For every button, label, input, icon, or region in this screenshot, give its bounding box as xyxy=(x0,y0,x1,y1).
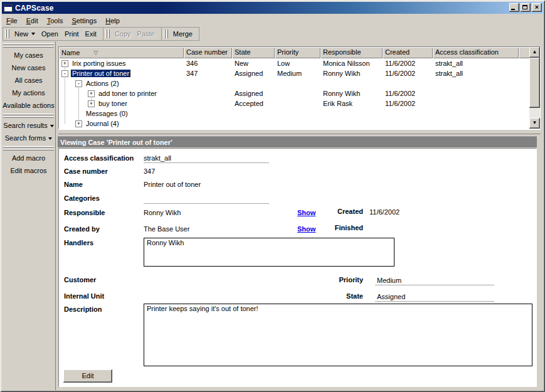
new-button[interactable]: New xyxy=(11,28,38,40)
expand-icon[interactable]: + xyxy=(88,90,95,97)
menu-settings[interactable]: Settings xyxy=(67,16,101,26)
table-row[interactable]: +add toner to printer Assigned Ronny Wik… xyxy=(59,88,540,98)
tree-item-label[interactable]: buy toner xyxy=(97,100,129,107)
table-row[interactable]: +buy toner Accepted Erik Rask 11/6/2002 xyxy=(59,98,540,109)
horizontal-splitter[interactable] xyxy=(58,129,541,134)
tree-item-label[interactable]: Actions (2) xyxy=(85,80,120,87)
sidebar-item-search-forms[interactable]: Search forms xyxy=(2,132,55,144)
cell-created: 11/6/2002 xyxy=(383,100,433,107)
chevron-down-icon xyxy=(48,137,52,140)
column-header-responsible[interactable]: Responsible xyxy=(320,47,383,58)
scroll-up-icon: ▲ xyxy=(532,49,537,55)
tree-item-label[interactable]: Irix porting issues xyxy=(71,60,127,67)
state-field-rule xyxy=(375,292,494,302)
created-by-value: The Base User xyxy=(144,225,189,233)
case-number-value: 347 xyxy=(144,167,155,175)
sidebar-item-my-actions[interactable]: My actions xyxy=(2,87,55,99)
sidebar-item-search-results[interactable]: Search results xyxy=(2,119,55,132)
menu-file[interactable]: File xyxy=(2,16,22,26)
table-row-selected[interactable]: -Printer out of toner 347 Assigned Mediu… xyxy=(59,68,540,78)
description-label: Description xyxy=(64,305,102,313)
maximize-button[interactable] xyxy=(521,3,531,12)
column-header-name[interactable]: Name▽ xyxy=(59,47,184,58)
table-row[interactable]: Messages (0) xyxy=(59,109,540,119)
table-row[interactable]: +Journal (4) xyxy=(59,119,540,129)
scroll-up-button[interactable]: ▲ xyxy=(529,47,540,58)
sidebar-gripper[interactable] xyxy=(2,144,55,152)
maximize-icon xyxy=(522,5,527,9)
sidebar-item-available-actions[interactable]: Available actions xyxy=(2,99,55,112)
sidebar-gripper[interactable] xyxy=(2,41,55,49)
cell-case-number: 347 xyxy=(184,70,232,77)
responsible-label: Responsible xyxy=(64,209,105,216)
menu-tools[interactable]: Tools xyxy=(43,16,68,26)
app-icon xyxy=(4,4,13,12)
expand-icon[interactable]: + xyxy=(61,60,68,67)
table-row[interactable]: -Actions (2) xyxy=(59,78,540,88)
chevron-down-icon xyxy=(50,125,54,127)
toolbar-gripper-icon[interactable] xyxy=(8,29,9,38)
column-header-created[interactable]: Created xyxy=(383,47,433,58)
exit-button[interactable]: Exit xyxy=(82,28,100,40)
toolbar-gripper-icon[interactable] xyxy=(105,29,107,38)
access-classification-field-rule xyxy=(144,154,269,163)
sidebar-item-add-macro[interactable]: Add macro xyxy=(2,152,55,164)
column-header-access-classification[interactable]: Access classification xyxy=(433,47,519,58)
toolbar-group-clipboard: Copy Paste xyxy=(103,28,161,40)
sidebar-item-my-cases[interactable]: My cases xyxy=(2,49,55,61)
cell-created: 11/6/2002 xyxy=(383,70,433,77)
case-detail-panel: Access classification strakt_all Case nu… xyxy=(58,148,537,387)
toolbar-group-container: New Open Print Exit Copy Paste Merge xyxy=(3,27,199,41)
collapse-icon[interactable]: - xyxy=(75,80,82,87)
column-header-case-number[interactable]: Case number xyxy=(184,47,232,58)
tree-item-label[interactable]: Journal (4) xyxy=(85,120,120,127)
expand-icon[interactable]: + xyxy=(75,120,82,127)
handlers-label: Handlers xyxy=(64,239,93,246)
toolbar-gripper-icon[interactable] xyxy=(108,29,110,38)
copy-button: Copy xyxy=(112,28,134,40)
merge-button[interactable]: Merge xyxy=(170,28,196,40)
close-button[interactable]: × xyxy=(532,3,542,12)
sidebar-item-all-cases[interactable]: All cases xyxy=(2,74,55,87)
sidebar-gripper[interactable] xyxy=(2,112,55,119)
access-classification-label: Access classification xyxy=(64,154,134,162)
minimize-button[interactable] xyxy=(509,3,519,12)
collapse-icon[interactable]: - xyxy=(61,70,68,77)
gripper-icon xyxy=(3,149,54,151)
created-label: Created xyxy=(300,208,363,215)
minimize-icon xyxy=(511,9,515,10)
sidebar-item-new-cases[interactable]: New cases xyxy=(2,61,55,74)
description-box: Printer keeps saying it's out of toner! xyxy=(144,304,532,366)
table-row[interactable]: +Irix porting issues 346 New Low Monica … xyxy=(59,58,540,68)
print-button[interactable]: Print xyxy=(61,28,82,40)
column-header-state[interactable]: State xyxy=(232,47,275,58)
expand-icon[interactable]: + xyxy=(88,100,95,107)
tree-item-label[interactable]: Messages (0) xyxy=(85,110,129,117)
chevron-down-icon xyxy=(31,33,35,35)
sidebar: My cases New cases All cases My actions … xyxy=(2,41,56,390)
edit-button[interactable]: Edit xyxy=(63,369,112,383)
cell-created: 11/6/2002 xyxy=(383,90,433,97)
priority-label: Priority xyxy=(300,276,363,283)
toolbar-gripper-icon[interactable] xyxy=(164,29,166,38)
tree-item-label[interactable]: add toner to printer xyxy=(97,90,158,97)
window-title: CAPScase xyxy=(15,4,54,13)
table-header-row: Name▽ Case number State Priority Respons… xyxy=(59,47,540,58)
title-bar[interactable]: CAPScase × xyxy=(2,2,543,14)
open-button[interactable]: Open xyxy=(38,28,61,40)
menu-edit[interactable]: Edit xyxy=(22,16,43,26)
toolbar: New Open Print Exit Copy Paste Merge xyxy=(2,27,543,41)
created-by-label: Created by xyxy=(64,225,100,233)
sort-descending-icon: ▽ xyxy=(93,48,98,58)
cell-state: New xyxy=(232,60,275,67)
toolbar-gripper-icon[interactable] xyxy=(5,29,7,38)
menu-help[interactable]: Help xyxy=(101,16,124,26)
case-number-label: Case number xyxy=(64,167,108,175)
toolbar-gripper-icon[interactable] xyxy=(166,29,168,38)
tree-item-label[interactable]: Printer out of toner xyxy=(71,70,130,77)
sidebar-item-edit-macros[interactable]: Edit macros xyxy=(2,164,55,177)
column-header-priority[interactable]: Priority xyxy=(275,47,320,58)
name-value: Printer out of toner xyxy=(144,181,201,188)
customer-label: Customer xyxy=(64,276,96,283)
app-window: CAPScase × File Edit Tools Settings Help… xyxy=(0,0,545,392)
